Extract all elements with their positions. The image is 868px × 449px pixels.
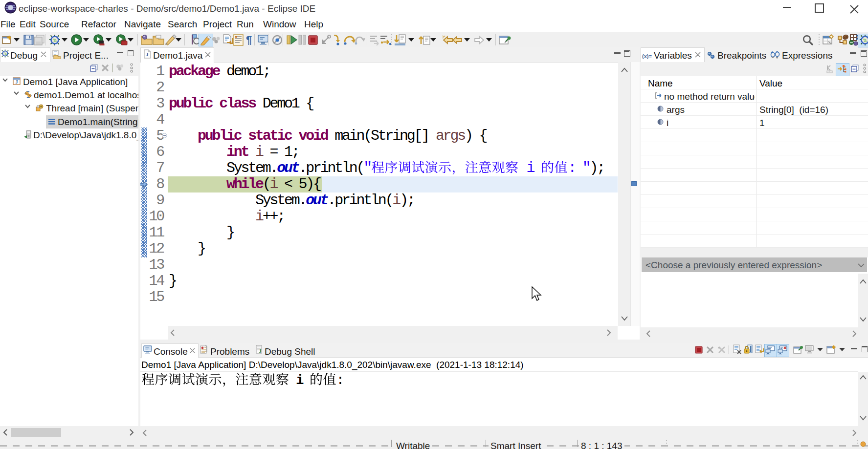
svg-text:J: J [146, 51, 149, 57]
svg-text:J: J [16, 79, 18, 85]
svg-text:J: J [259, 348, 262, 354]
